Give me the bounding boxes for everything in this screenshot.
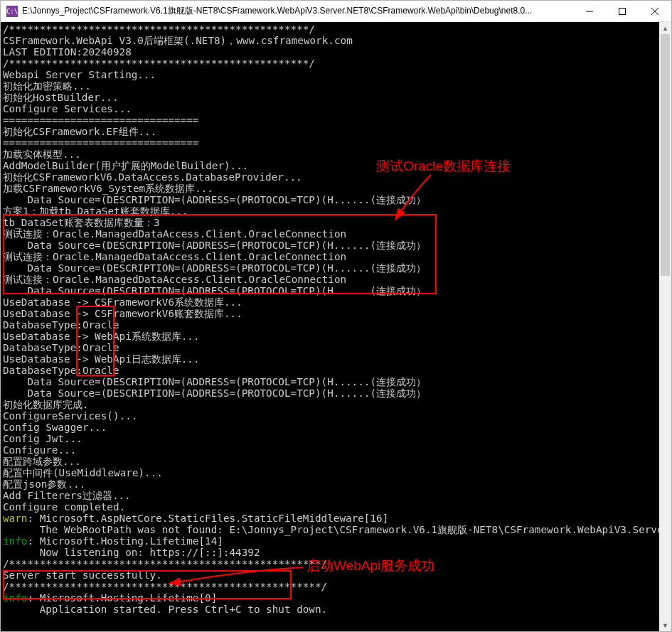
console-line: Configure completed. (3, 501, 659, 513)
console-line: 初始化数据库完成. (3, 399, 659, 410)
console-line: 初始化HostBuilder... (3, 92, 659, 103)
console-line: 配置中间件(UseMiddleware)... (3, 467, 659, 478)
console-line: ConfigureServices()... (3, 410, 659, 422)
scrollbar-down-arrow[interactable]: ▼ (659, 619, 671, 631)
console-line: 测试连接：Oracle.ManagedDataAccess.Client.Ora… (3, 228, 659, 240)
close-icon (651, 8, 658, 15)
console-line: UseDatabase -> CSFrameworkV6账套数据库... (3, 308, 659, 319)
console-line: Data Source=(DESCRIPTION=(ADDRESS=(PROTO… (3, 194, 659, 205)
console-line: ================================ (3, 114, 659, 126)
console-area: /***************************************… (1, 22, 671, 631)
console-line: tb_DataSet账套表数据库数量：3 (3, 217, 659, 228)
console-line: Application started. Press Ctrl+C to shu… (3, 604, 659, 615)
console-line: AddModelBuilder(用户扩展的ModelBuilder)... (3, 160, 659, 171)
vertical-scrollbar[interactable]: ▲ ▼ (659, 22, 671, 631)
console-line: 测试连接：Oracle.ManagedDataAccess.Client.Ora… (3, 251, 659, 262)
console-line: 加载实体模型... (3, 149, 659, 160)
console-line: Configure... (3, 444, 659, 456)
console-line: /***************************************… (3, 581, 659, 592)
console-line: UseDatabase -> CSFrameworkV6系统数据库... (3, 296, 659, 308)
console-line: 初始化CSFrameworkV6.DataAccess.DatabaseProv… (3, 171, 659, 183)
app-window: C:\ E:\Jonnys_Project\CSFramework.V6.1旗舰… (0, 0, 672, 632)
console-line: Data Source=(DESCRIPTION=(ADDRESS=(PROTO… (3, 376, 659, 387)
console-line: Webapi Server Starting... (3, 69, 659, 80)
console-line: 配置跨域参数... (3, 456, 659, 467)
titlebar[interactable]: C:\ E:\Jonnys_Project\CSFramework.V6.1旗舰… (1, 1, 671, 22)
console-line: /***************************************… (3, 58, 659, 69)
console-line: info: Microsoft.Hosting.Lifetime[14] (3, 535, 659, 547)
console-line: DatabaseType:Oracle (3, 342, 659, 353)
console-line: Data Source=(DESCRIPTION=(ADDRESS=(PROTO… (3, 387, 659, 399)
console-line: 初始化CSFramework.EF组件... (3, 126, 659, 137)
console-line: 测试连接：Oracle.ManagedDataAccess.Client.Ora… (3, 274, 659, 285)
console-output[interactable]: /***************************************… (1, 22, 659, 631)
console-line: CSFramework.WebApi V3.0后端框架(.NET8)，www.c… (3, 35, 659, 46)
console-line: Server start successfully. (3, 569, 659, 581)
console-line: DatabaseType:Oracle (3, 365, 659, 376)
console-line: 配置json参数... (3, 478, 659, 490)
app-icon: C:\ (6, 6, 18, 17)
console-line: Add Filterers过滤器... (3, 490, 659, 501)
scrollbar-track[interactable] (659, 34, 671, 619)
scrollbar-up-arrow[interactable]: ▲ (659, 22, 671, 34)
console-line: /***************************************… (3, 558, 659, 569)
console-line: Configure Services... (3, 103, 659, 114)
maximize-button[interactable] (606, 1, 639, 21)
console-line: Data Source=(DESCRIPTION=(ADDRESS=(PROTO… (3, 262, 659, 274)
console-line: LAST EDITION:20240928 (3, 46, 659, 58)
console-line: 初始化加密策略... (3, 80, 659, 92)
log-level-info: info (3, 592, 27, 604)
console-line: DatabaseType:Oracle (3, 319, 659, 331)
scrollbar-thumb[interactable] (661, 34, 670, 276)
log-level-info: info (3, 535, 27, 547)
console-line: Config Jwt... (3, 433, 659, 444)
window-title: E:\Jonnys_Project\CSFramework.V6.1旗舰版-NE… (22, 5, 573, 17)
window-controls (573, 1, 671, 21)
console-line: info: Microsoft.Hosting.Lifetime[0] (3, 592, 659, 604)
console-line: Data Source=(DESCRIPTION=(ADDRESS=(PROTO… (3, 285, 659, 296)
minimize-icon (586, 8, 593, 15)
minimize-button[interactable] (573, 1, 606, 21)
log-level-warn: warn (3, 513, 27, 524)
console-line: warn: Microsoft.AspNetCore.StaticFiles.S… (3, 513, 659, 524)
console-line: Config Swagger... (3, 422, 659, 433)
console-line: ================================ (3, 137, 659, 149)
console-line: 方案1：加载tb_DataSet账套数据库... (3, 205, 659, 217)
console-line: UseDatabase -> WebApi系统数据库... (3, 331, 659, 342)
console-line: 加载CSFrameworkV6_System系统数据库... (3, 183, 659, 194)
console-line: The WebRootPath was not found: E:\Jonnys… (3, 524, 659, 535)
console-line: Data Source=(DESCRIPTION=(ADDRESS=(PROTO… (3, 240, 659, 251)
console-line: Now listening on: https://[::]:44392 (3, 547, 659, 558)
console-line: /***************************************… (3, 23, 659, 35)
maximize-icon (619, 8, 626, 15)
close-button[interactable] (639, 1, 671, 21)
svg-rect-1 (619, 8, 626, 14)
console-line: UseDatabase -> WebApi日志数据库... (3, 353, 659, 365)
